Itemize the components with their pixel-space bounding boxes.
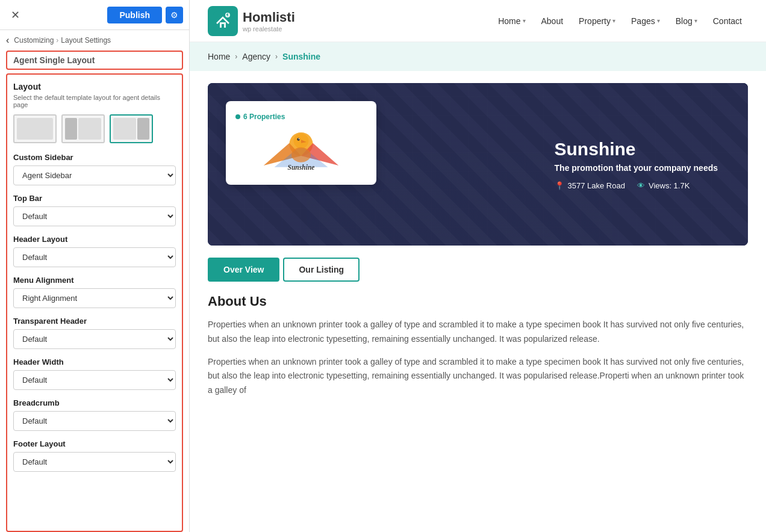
about-title: About Us <box>208 294 748 309</box>
header-width-label: Header Width <box>13 357 176 367</box>
svg-point-12 <box>291 147 311 162</box>
hero-views: 👁 Views: 1.7K <box>637 181 690 190</box>
home-chevron-icon: ▾ <box>523 17 526 24</box>
location-icon: 📍 <box>555 181 564 190</box>
nav-home[interactable]: Home ▾ <box>492 13 531 29</box>
top-bar-label: Top Bar <box>13 194 176 203</box>
about-section: About Us Properties when an unknown prin… <box>208 294 748 424</box>
about-para-2: Properties when an unknown printer took … <box>208 355 748 398</box>
header-layout-setting: Header Layout Default Layout 1 Layout 2 <box>13 235 176 267</box>
layout-opt2-sidebar <box>65 118 77 140</box>
publish-button[interactable]: Publish <box>107 7 162 23</box>
blog-chevron-icon: ▾ <box>694 17 697 24</box>
nav-about[interactable]: About <box>535 13 570 29</box>
layout-options <box>13 114 176 143</box>
nav-pages[interactable]: Pages ▾ <box>625 13 666 29</box>
section-title: Agent Single Layout <box>6 51 183 70</box>
property-chevron-icon: ▾ <box>612 17 615 24</box>
layout-opt1-main <box>17 118 53 140</box>
layout-option-1[interactable] <box>13 114 57 143</box>
breadcrumb-home[interactable]: Home <box>208 52 230 61</box>
hero-info: Sunshine The promotion that your company… <box>555 139 718 190</box>
header-width-select[interactable]: Default Full Width Boxed <box>13 370 176 390</box>
custom-sidebar-setting: Custom Sidebar Agent Sidebar Default Sid… <box>13 153 176 185</box>
main-content: Homlisti wp realestate Home ▾ About Prop… <box>190 0 766 532</box>
layout-opt3-sidebar <box>137 118 149 140</box>
pages-chevron-icon: ▾ <box>657 17 660 24</box>
transparent-header-setting: Transparent Header Default Yes No <box>13 317 176 349</box>
back-button[interactable]: ‹ <box>6 35 9 46</box>
top-bar: ✕ Publish ⚙ <box>0 0 189 30</box>
settings-panel: Layout Select the default template layou… <box>6 73 183 532</box>
menu-alignment-setting: Menu Alignment Right Alignment Left Alig… <box>13 276 176 308</box>
page-breadcrumb: Home › Agency › Sunshine <box>190 42 766 71</box>
breadcrumb-select[interactable]: Default Yes No <box>13 411 176 431</box>
top-bar-setting: Top Bar Default Hidden Visible <box>13 194 176 226</box>
breadcrumb-current: Sunshine <box>282 52 320 61</box>
breadcrumb-sep-1: › <box>235 52 237 61</box>
header-width-setting: Header Width Default Full Width Boxed <box>13 357 176 390</box>
site-nav: Homlisti wp realestate Home ▾ About Prop… <box>190 0 766 42</box>
badge-dot <box>235 114 240 119</box>
custom-sidebar-select[interactable]: Agent Sidebar Default Sidebar None <box>13 165 176 185</box>
breadcrumb-child: Layout Settings <box>61 36 111 45</box>
sunshine-logo: Sunshine <box>235 127 367 175</box>
hero-section: 6 Properties <box>208 83 748 246</box>
breadcrumb-sep-2: › <box>275 52 278 61</box>
layout-opt2-main <box>78 118 101 140</box>
svg-rect-2 <box>222 24 224 28</box>
svg-text:Sunshine: Sunshine <box>288 164 315 171</box>
gear-button[interactable]: ⚙ <box>166 7 183 23</box>
header-layout-select[interactable]: Default Layout 1 Layout 2 <box>13 247 176 267</box>
menu-alignment-label: Menu Alignment <box>13 276 176 285</box>
tab-overview[interactable]: Over View <box>208 258 279 282</box>
nav-blog[interactable]: Blog ▾ <box>670 13 703 29</box>
transparent-header-select[interactable]: Default Yes No <box>13 329 176 349</box>
hero-card: 6 Properties <box>226 101 376 185</box>
logo-area: Homlisti wp realestate <box>208 6 295 36</box>
about-para-1: Properties when an unknown printer took … <box>208 318 748 347</box>
top-bar-select[interactable]: Default Hidden Visible <box>13 206 176 226</box>
properties-count: 6 Properties <box>243 113 285 121</box>
content-tabs: Over View Our Listing <box>208 258 748 282</box>
transparent-header-label: Transparent Header <box>13 317 176 326</box>
footer-layout-select[interactable]: Default Layout 1 Layout 2 <box>13 452 176 472</box>
footer-layout-setting: Footer Layout Default Layout 1 Layout 2 <box>13 439 176 472</box>
nav-contact[interactable]: Contact <box>707 13 748 29</box>
hero-address: 📍 3577 Lake Road <box>555 181 625 190</box>
breadcrumb-agency[interactable]: Agency <box>242 52 270 61</box>
breadcrumb-nav: ‹ Customizing › Layout Settings <box>0 30 189 51</box>
logo-icon <box>208 6 238 36</box>
nav-property[interactable]: Property ▾ <box>573 13 621 29</box>
hero-tagline: The promotion that your company needs <box>555 163 718 173</box>
footer-layout-label: Footer Layout <box>13 439 176 448</box>
left-panel: ✕ Publish ⚙ ‹ Customizing › Layout Setti… <box>0 0 190 532</box>
logo-subtitle: wp realestate <box>243 25 295 32</box>
layout-opt3-main <box>113 118 136 140</box>
address-text: 3577 Lake Road <box>568 181 625 190</box>
breadcrumb-label: Breadcrumb <box>13 398 176 407</box>
layout-desc: Select the default template layout for a… <box>13 94 176 108</box>
custom-sidebar-label: Custom Sidebar <box>13 153 176 162</box>
logo-text: Homlisti wp realestate <box>243 10 295 32</box>
close-button[interactable]: ✕ <box>6 6 24 24</box>
breadcrumb-sep: › <box>56 36 58 45</box>
views-text: Views: 1.7K <box>649 181 690 190</box>
layout-title: Layout <box>13 82 176 91</box>
breadcrumb-setting: Breadcrumb Default Yes No <box>13 398 176 431</box>
logo-name: Homlisti <box>243 10 295 25</box>
properties-badge: 6 Properties <box>235 113 285 121</box>
hero-meta: 📍 3577 Lake Road 👁 Views: 1.7K <box>555 181 718 190</box>
svg-point-11 <box>299 138 300 140</box>
layout-option-2[interactable] <box>61 114 105 143</box>
menu-alignment-select[interactable]: Right Alignment Left Alignment Center Al… <box>13 288 176 308</box>
views-icon: 👁 <box>637 181 645 190</box>
tab-our-listing[interactable]: Our Listing <box>283 258 360 282</box>
svg-point-10 <box>297 138 299 140</box>
breadcrumb-parent[interactable]: Customizing <box>14 36 54 45</box>
layout-setting: Layout Select the default template layou… <box>13 82 176 143</box>
nav-links: Home ▾ About Property ▾ Pages ▾ Blog ▾ C… <box>492 13 748 29</box>
header-layout-label: Header Layout <box>13 235 176 244</box>
hero-agency-name: Sunshine <box>555 139 718 159</box>
layout-option-3[interactable] <box>110 114 153 143</box>
